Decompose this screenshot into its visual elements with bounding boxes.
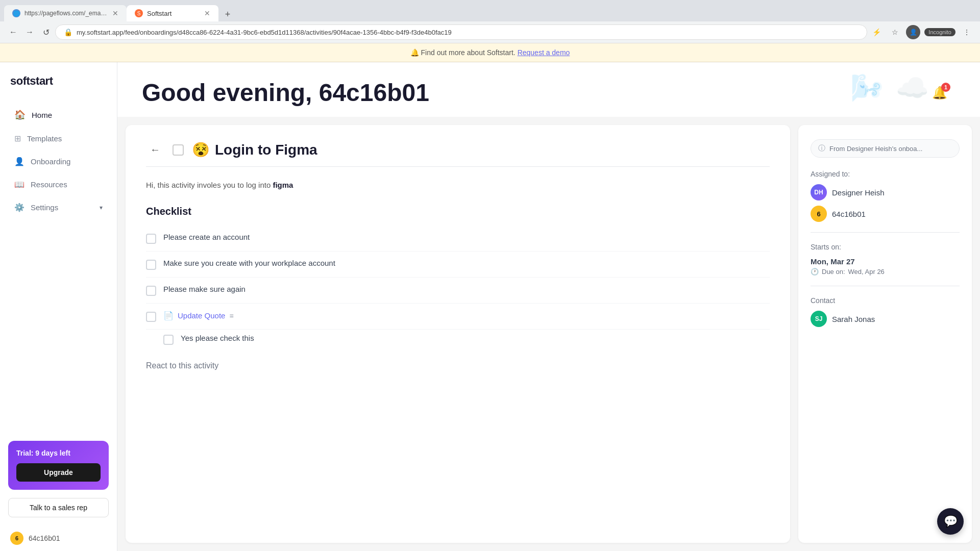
contact-label: Contact	[811, 296, 960, 305]
sidebar-nav: 🏠 Home ⊞ Templates 👤 Onboarding 📖 Resour…	[0, 98, 117, 433]
browser-controls: ← → ↺ 🔒 my.softstart.app/feed/onboarding…	[0, 21, 980, 43]
checklist-checkbox-1[interactable]	[146, 234, 156, 244]
cloud-doodle-1: 🌬️	[850, 72, 884, 104]
assigned-user-6: 6 64c16b01	[811, 206, 960, 222]
due-date: 🕐 Due on: Wed, Apr 26	[811, 268, 960, 276]
banner-text: Find out more about Softstart.	[421, 48, 516, 57]
starts-on-section: Starts on: Mon, Mar 27 🕐 Due on: Wed, Ap…	[811, 243, 960, 276]
profile-icon[interactable]: 👤	[906, 25, 920, 39]
indented-item: Yes please check this	[146, 330, 770, 349]
browser-tab-2[interactable]: S Softstart ✕	[127, 5, 218, 21]
user-avatar: 6	[10, 532, 23, 545]
checklist-text-3: Please make sure again	[163, 285, 246, 293]
trial-box: Trial: 9 days left Upgrade	[8, 441, 109, 490]
browser-chrome: 🌐 https://pageflows.com/_emails/ ✕ S Sof…	[0, 0, 980, 43]
page-header: Good evening, 64c16b01 🌬️ ☁️ 🔔 1	[117, 62, 980, 117]
resources-icon: 📖	[14, 180, 24, 189]
banner-link[interactable]: Request a demo	[518, 48, 570, 57]
sidebar: softstart 🏠 Home ⊞ Templates 👤 Onboardin…	[0, 62, 117, 551]
source-label: From Designer Heish's onboa...	[829, 145, 922, 153]
back-browser-button[interactable]: ←	[6, 25, 20, 39]
activity-title-text: Login to Figma	[215, 142, 317, 158]
starts-on-label: Starts on:	[811, 243, 960, 251]
sidebar-item-templates[interactable]: ⊞ Templates	[4, 128, 113, 149]
assigned-section: Assigned to: DH Designer Heish 6 64c16b0…	[811, 170, 960, 222]
sidebar-item-settings[interactable]: ⚙️ Settings ▾	[4, 196, 113, 218]
forward-browser-button[interactable]: →	[22, 25, 37, 39]
sidebar-label-settings: Settings	[31, 203, 58, 212]
banner-emoji: 🔔	[410, 48, 419, 57]
greeting-text: Good evening, 64c16b01	[142, 79, 429, 107]
browser-tab-1[interactable]: 🌐 https://pageflows.com/_emails/ ✕	[4, 5, 127, 21]
bookmark-icon[interactable]: ☆	[888, 25, 902, 39]
sidebar-logo: softstart	[0, 62, 117, 98]
browser-actions: ⚡ ☆ 👤 Incognito ⋮	[869, 25, 974, 39]
checklist-text-2: Make sure you create with your workplace…	[163, 259, 335, 267]
sidebar-item-resources[interactable]: 📖 Resources	[4, 173, 113, 195]
sidebar-label-templates: Templates	[27, 134, 62, 143]
sidebar-item-onboarding[interactable]: 👤 Onboarding	[4, 151, 113, 172]
contact-name: Sarah Jonas	[832, 315, 875, 323]
file-name-link[interactable]: Update Quote	[178, 311, 225, 320]
indented-text: Yes please check this	[181, 334, 254, 342]
assignee-name-6: 64c16b01	[832, 210, 866, 218]
address-bar[interactable]: 🔒 my.softstart.app/feed/onboardings/d48c…	[55, 24, 867, 40]
settings-icon: ⚙️	[14, 203, 24, 212]
activity-checkbox[interactable]	[173, 144, 184, 156]
checklist-checkbox-2[interactable]	[146, 260, 156, 270]
menu-icon[interactable]: ⋮	[960, 25, 974, 39]
chat-button[interactable]: 💬	[937, 508, 964, 535]
cloud-doodle-2: ☁️	[896, 72, 929, 104]
cloud-decorations: 🌬️ ☁️	[850, 72, 929, 104]
activity-emoji: 😵	[192, 141, 210, 158]
activity-panel: ← 😵 Login to Figma Hi, this activity inv…	[126, 125, 790, 543]
tab-label-1: https://pageflows.com/_emails/	[24, 10, 108, 17]
onboarding-source[interactable]: ⓘ From Designer Heish's onboa...	[811, 139, 960, 158]
tab-close-2[interactable]: ✕	[204, 9, 210, 17]
activity-back-button[interactable]: ←	[146, 142, 164, 158]
react-section: React to this activity	[146, 361, 770, 370]
due-label: Due on:	[822, 268, 845, 276]
avatar-dh: DH	[811, 184, 827, 201]
upgrade-button[interactable]: Upgrade	[16, 463, 101, 482]
list-lines-icon: ≡	[229, 312, 233, 320]
new-tab-button[interactable]: +	[220, 7, 235, 21]
activity-title: 😵 Login to Figma	[192, 141, 317, 158]
sales-button[interactable]: Talk to a sales rep	[8, 498, 109, 517]
clock-icon: 🕐	[811, 268, 819, 276]
indented-checkbox[interactable]	[163, 335, 174, 345]
content-area: ← 😵 Login to Figma Hi, this activity inv…	[117, 117, 980, 551]
extension-icon[interactable]: ⚡	[869, 25, 884, 39]
checklist-text-1: Please create an account	[163, 233, 250, 241]
checklist-title: Checklist	[146, 206, 770, 217]
onboarding-icon: 👤	[14, 157, 24, 166]
main-content: Good evening, 64c16b01 🌬️ ☁️ 🔔 1	[117, 62, 980, 551]
sidebar-label-home: Home	[32, 111, 52, 119]
starts-date: Mon, Mar 27	[811, 257, 960, 266]
sidebar-item-home[interactable]: 🏠 Home	[4, 103, 113, 127]
activity-description: Hi, this activity involes you to log int…	[146, 179, 770, 191]
avatar-sj: SJ	[811, 311, 827, 327]
description-bold: figma	[273, 181, 293, 189]
templates-icon: ⊞	[14, 134, 21, 143]
user-name: 64c16b01	[29, 534, 60, 542]
tab-close-1[interactable]: ✕	[112, 9, 118, 17]
checklist-checkbox-3[interactable]	[146, 286, 156, 296]
file-pdf-icon: 📄	[163, 311, 174, 320]
activity-header: ← 😵 Login to Figma	[146, 141, 770, 167]
tab-favicon-2: S	[135, 9, 143, 17]
reload-button[interactable]: ↺	[39, 25, 53, 39]
checklist-checkbox-file[interactable]	[146, 312, 156, 322]
description-prefix: Hi, this activity involes you to log int…	[146, 181, 273, 189]
url-text: my.softstart.app/feed/onboardings/d48cca…	[77, 29, 859, 36]
react-title: React to this activity	[146, 361, 218, 370]
app-layout: softstart 🏠 Home ⊞ Templates 👤 Onboardin…	[0, 62, 980, 551]
checklist-section: Checklist Please create an account Make …	[146, 206, 770, 349]
contact-section: Contact SJ Sarah Jonas	[811, 296, 960, 327]
right-sidebar: ⓘ From Designer Heish's onboa... Assigne…	[798, 125, 972, 543]
notification-area[interactable]: 🔔 1	[932, 86, 947, 100]
checklist-item-2: Make sure you create with your workplace…	[146, 252, 770, 278]
notification-badge: 1	[941, 83, 950, 92]
checklist-item-file: 📄 Update Quote ≡	[146, 304, 770, 330]
sidebar-label-resources: Resources	[31, 180, 67, 189]
